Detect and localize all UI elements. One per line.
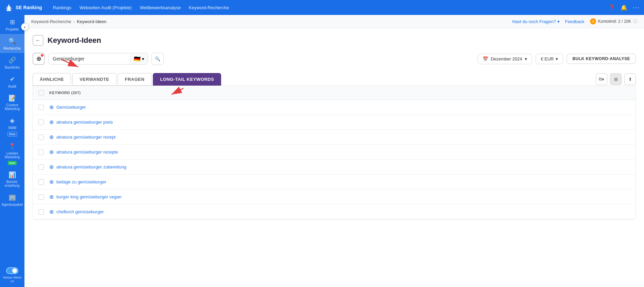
- add-keyword-button[interactable]: ⊕: [33, 53, 45, 65]
- search-bar-right: 📅 Dezember 2024 ▾ € EUR ▾ BULK KEYWORD-A…: [478, 54, 636, 64]
- upload-icon: ⬆: [628, 77, 632, 82]
- row-checkbox[interactable]: [38, 105, 44, 110]
- sidebar-item-lokales-marketing[interactable]: 📍 LokalesMarketing New: [0, 139, 24, 168]
- grid-view-button[interactable]: ⊞: [610, 73, 622, 85]
- sidebar-item-projekte[interactable]: ⊞ Projekte: [0, 15, 24, 34]
- nav-wettbewerb[interactable]: Wettbewerbsanalyse: [140, 5, 181, 10]
- table-row: ⊕ alnatura gemüseburger rezept: [33, 130, 636, 145]
- notification-dot: [41, 54, 43, 57]
- document-icon: 📝: [8, 94, 16, 102]
- top-navigation: SE Ranking Rankings Webseiten Audit (Pro…: [0, 0, 644, 15]
- keyword-link[interactable]: alnatura gemüseburger zubereitung: [56, 164, 126, 169]
- keyword-link[interactable]: alnatura gemüseburger rezept: [56, 134, 115, 140]
- sidebar-item-audit[interactable]: ✔ Audit: [0, 72, 24, 91]
- sidebar-item-backlinks[interactable]: 🔗 Backlinks: [0, 53, 24, 72]
- dropdown-icon: ▾: [602, 77, 604, 82]
- sidebar-item-content-marketing[interactable]: 📝 ContentMarketing: [0, 91, 24, 113]
- feedback-link[interactable]: Feedback: [565, 19, 585, 24]
- keyword-search-input[interactable]: [49, 53, 130, 64]
- keyword-link[interactable]: Gemüseburger: [56, 105, 86, 110]
- help-icon[interactable]: ❓: [608, 4, 615, 11]
- currency-selector[interactable]: € EUR ▾: [536, 54, 563, 64]
- country-selector[interactable]: 🇩🇪 ▾: [130, 54, 148, 64]
- row-checkbox[interactable]: [38, 194, 44, 200]
- search-button[interactable]: 🔍: [151, 53, 164, 65]
- flag-chevron-icon: ▾: [142, 56, 144, 61]
- sidebar-toggle[interactable]: ‹: [21, 23, 29, 31]
- app-logo[interactable]: SE Ranking: [4, 3, 42, 12]
- chevron-down-icon: ▾: [556, 56, 558, 61]
- add-to-list-icon[interactable]: ⊕: [49, 164, 54, 170]
- kontolimit-display: ⟳ Kontolimit: 2 / 10K ⓘ: [590, 18, 637, 24]
- breadcrumb-current: Keyword-Ideen: [77, 19, 106, 24]
- grid-icon: ⊞: [614, 77, 618, 82]
- sidebar-item-recherche[interactable]: 🔍 Recherche: [0, 34, 24, 53]
- more-icon[interactable]: ···: [633, 4, 640, 11]
- link-icon: 🔗: [8, 56, 16, 64]
- tabs-actions: ⧉ ▾ ⊞ ⬆: [596, 73, 636, 86]
- keyword-link[interactable]: burger king gemüseburger vegan: [56, 194, 122, 199]
- flag-icon: 🇩🇪: [134, 56, 141, 62]
- location-icon: 📍: [8, 143, 16, 150]
- search-bar: ⊕ 🇩🇪 ▾ 🔍 📅 Dezember 2024: [33, 53, 636, 65]
- copy-icon: ⧉: [599, 76, 602, 82]
- plus-icon: ⊕: [36, 55, 41, 62]
- breadcrumb-separator: ›: [73, 19, 75, 24]
- tab-aehnliche[interactable]: ÄHNLICHE: [33, 73, 71, 86]
- table-row: ⊕ alnatura gemüseburger rezepte: [33, 145, 636, 160]
- table-row: ⊕ beilage zu gemüseburger: [33, 175, 636, 190]
- add-to-list-icon[interactable]: ⊕: [49, 179, 54, 185]
- tab-fragen[interactable]: FRAGEN: [118, 73, 152, 86]
- sidebar-label-bericht: Bericht-erstellung: [5, 180, 19, 187]
- row-checkbox[interactable]: [38, 209, 44, 215]
- help-link[interactable]: Hast du noch Fragen? ▾: [512, 19, 560, 24]
- keyword-tabs: ÄHNLICHE VERWANDTE FRAGEN LONG-TAIL KEYW…: [33, 73, 596, 86]
- magnifier-icon: 🔍: [155, 56, 160, 61]
- row-checkbox[interactable]: [38, 120, 44, 125]
- back-button[interactable]: ←: [33, 35, 43, 46]
- row-checkbox[interactable]: [38, 149, 44, 155]
- row-checkbox[interactable]: [38, 164, 44, 170]
- nav-keyword-recherche[interactable]: Keyword-Recherche: [189, 5, 229, 10]
- copy-dropdown-button[interactable]: ⧉ ▾: [596, 73, 607, 85]
- page-header: ← Keyword-Ideen: [33, 35, 636, 46]
- sidebar-item-berichterstattung[interactable]: 📊 Bericht-erstellung: [0, 168, 24, 190]
- nav-audit[interactable]: Webseiten Audit (Projekte): [79, 5, 132, 10]
- export-button[interactable]: ⬆: [624, 73, 636, 85]
- page-content-area: ← Keyword-Ideen ⊕ 🇩🇪 ▾ 🔍: [24, 28, 644, 287]
- keyword-link[interactable]: alnatura gemüseburger rezepte: [56, 149, 118, 155]
- chevron-down-icon: ▾: [557, 19, 560, 24]
- tab-long-tail[interactable]: LONG-TAIL KEYWORDS: [153, 73, 221, 86]
- row-checkbox[interactable]: [38, 134, 44, 140]
- select-all-checkbox[interactable]: [38, 90, 44, 95]
- keyword-link[interactable]: alnatura gemüseburger preis: [56, 120, 113, 125]
- add-to-list-icon[interactable]: ⊕: [49, 119, 54, 125]
- nav-rankings[interactable]: Rankings: [53, 5, 71, 10]
- grid-icon: ⊞: [10, 18, 15, 26]
- add-to-list-icon[interactable]: ⊕: [49, 104, 54, 110]
- bell-icon[interactable]: 🔔: [621, 4, 627, 11]
- keyword-link[interactable]: chefkoch gemüseburger: [56, 209, 104, 214]
- breadcrumb-parent[interactable]: Keyword-Recherche: [31, 19, 71, 24]
- table-row: ⊕ burger king gemüseburger vegan: [33, 190, 636, 204]
- sidebar-label-audit: Audit: [8, 84, 16, 88]
- search-input-wrapper: 🇩🇪 ▾: [48, 53, 148, 65]
- keyword-link[interactable]: beilage zu gemüseburger: [56, 179, 106, 184]
- add-to-list-icon[interactable]: ⊕: [49, 134, 54, 140]
- add-to-list-icon[interactable]: ⊕: [49, 194, 54, 200]
- chart-icon: 📊: [8, 171, 16, 179]
- row-checkbox[interactable]: [38, 179, 44, 185]
- tab-verwandte[interactable]: VERWANDTE: [72, 73, 116, 86]
- add-to-list-icon[interactable]: ⊕: [49, 149, 54, 155]
- sidebar-label-agentur: Agenturpaket: [2, 202, 23, 207]
- calendar-icon: 📅: [483, 56, 488, 61]
- add-to-list-icon[interactable]: ⊕: [49, 209, 54, 215]
- sidebar-item-agenturpaket[interactable]: 🏢 Agenturpaket: [0, 190, 24, 209]
- bulk-keyword-button[interactable]: BULK KEYWORD-ANALYSE: [567, 54, 636, 64]
- sidebar-item-smm[interactable]: ◈ SMM Beta: [0, 113, 24, 139]
- new-menu-toggle[interactable]: [6, 267, 18, 274]
- table-row: ⊕ chefkoch gemüseburger: [33, 204, 636, 219]
- table-header-row: KEYWORD (207): [33, 86, 636, 100]
- date-picker[interactable]: 📅 Dezember 2024 ▾: [478, 54, 533, 64]
- table-row: ⊕ alnatura gemüseburger zubereitung: [33, 160, 636, 175]
